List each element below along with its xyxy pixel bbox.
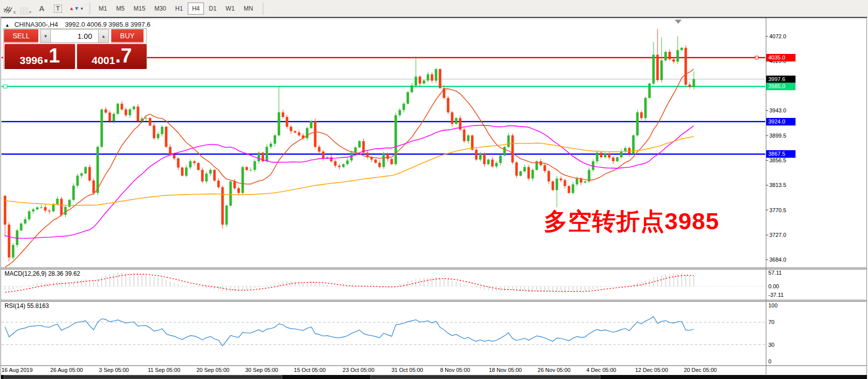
date-label: 16 Aug 2019: [2, 367, 33, 373]
sub-window-edge: [371, 375, 600, 379]
price-tick-label: 4072.0: [769, 33, 786, 39]
timeframe-button-m15[interactable]: M15: [129, 3, 149, 15]
candle: [503, 147, 506, 155]
candle: [387, 154, 389, 159]
candle: [475, 150, 478, 159]
candle: [483, 154, 486, 164]
candle: [520, 171, 522, 176]
timeframe-button-mn[interactable]: MN: [240, 3, 257, 15]
candle: [560, 178, 562, 180]
toolbar-separator: [90, 3, 90, 15]
candle: [322, 152, 325, 158]
timeframe-button-w1[interactable]: W1: [222, 3, 239, 15]
candle: [157, 134, 160, 138]
candle: [644, 98, 647, 118]
symbol-title: ▲ CHINA300-,H4 3992.0 4006.9 3985.8 3997…: [5, 21, 151, 28]
candle: [411, 85, 413, 92]
toolbar-separator: [263, 3, 263, 15]
volume-input[interactable]: 1.00: [51, 29, 98, 43]
expert-advisors-icon[interactable]: E: [3, 3, 16, 15]
candle: [109, 112, 111, 121]
candle: [81, 173, 83, 175]
collapse-arrow-icon[interactable]: ▲: [5, 23, 10, 28]
price-badge-3985.0: 3985.0: [766, 83, 795, 90]
text-label-icon[interactable]: A: [35, 3, 48, 15]
buy-price-fraction: .7: [115, 44, 132, 67]
buy-button[interactable]: BUY: [111, 29, 143, 43]
timeframe-button-m1[interactable]: M1: [95, 3, 111, 15]
candle: [177, 158, 180, 167]
candle: [544, 165, 546, 171]
volume-increment-button[interactable]: ▲: [98, 29, 109, 43]
candle: [270, 144, 272, 147]
text-box-icon[interactable]: T: [51, 3, 64, 15]
candle: [564, 180, 566, 186]
candle: [101, 109, 103, 147]
date-label: 26 Nov 05:00: [538, 367, 570, 373]
candle: [242, 167, 244, 193]
candle: [508, 136, 510, 147]
price-badge-3997.6: 3997.6: [766, 76, 795, 83]
candle: [455, 118, 458, 123]
volume-decrement-button[interactable]: ▼: [40, 29, 51, 43]
date-label: 31 Oct 05:00: [391, 367, 423, 373]
sell-price-tile[interactable]: 3996 .1: [5, 44, 75, 69]
candle: [669, 52, 671, 59]
timeframe-button-h1[interactable]: H1: [171, 3, 187, 15]
candle: [693, 79, 695, 87]
candle: [499, 156, 502, 163]
candle: [620, 152, 623, 157]
candle: [427, 74, 429, 80]
candle: [290, 127, 293, 131]
trendline-handle: [4, 85, 7, 88]
price-badge-4035.0: 4035.0: [766, 54, 795, 61]
candle: [286, 117, 288, 127]
timeframe-button-d1[interactable]: D1: [205, 3, 221, 15]
candle: [145, 118, 148, 118]
candle: [584, 181, 587, 182]
candle: [528, 167, 530, 178]
candle: [600, 153, 603, 157]
candle: [282, 112, 284, 117]
candle: [121, 104, 123, 109]
date-label: 4 Dec 05:00: [587, 367, 616, 373]
candle: [681, 48, 683, 50]
candle: [40, 207, 43, 208]
candle: [471, 136, 474, 150]
candle: [205, 173, 208, 181]
candle: [653, 55, 655, 84]
arrow-objects-icon[interactable]: ▲ ▼ ▾: [67, 3, 85, 15]
candle: [391, 159, 393, 164]
rsi-line: [5, 317, 694, 346]
date-label: 26 Aug 05:00: [50, 367, 83, 373]
sell-price-main: 3996: [20, 54, 43, 67]
date-label: 3 Sep 05:00: [99, 367, 129, 373]
sell-button[interactable]: SELL: [4, 29, 38, 43]
candle: [60, 199, 63, 215]
timeframe-button-m30[interactable]: M30: [151, 3, 170, 15]
candle: [552, 181, 554, 190]
candle: [342, 164, 345, 167]
candle: [524, 167, 526, 171]
candle: [685, 48, 687, 85]
candle: [318, 147, 321, 151]
candle: [64, 207, 67, 215]
candle: [149, 118, 152, 125]
candle: [56, 199, 59, 204]
indicator-tick-label: 0.00: [768, 283, 779, 289]
buy-price-tile[interactable]: 4001 .7: [77, 44, 147, 69]
macd-signal-line: [5, 274, 694, 292]
candle: [258, 153, 260, 161]
price-tick-label: 3899.5: [769, 133, 786, 139]
timeframe-button-h4[interactable]: H4: [188, 3, 203, 15]
candle: [648, 84, 651, 98]
price-tick-label: 3727.0: [769, 232, 786, 238]
candle: [375, 160, 377, 163]
date-label: 15 Oct 05:00: [294, 367, 326, 373]
candle: [250, 170, 252, 170]
candle: [310, 121, 313, 128]
fibonacci-grid-icon[interactable]: F: [19, 3, 32, 15]
timeframe-button-m5[interactable]: M5: [112, 3, 129, 15]
candle: [451, 112, 454, 124]
price-tick-label: 3770.5: [769, 207, 786, 213]
